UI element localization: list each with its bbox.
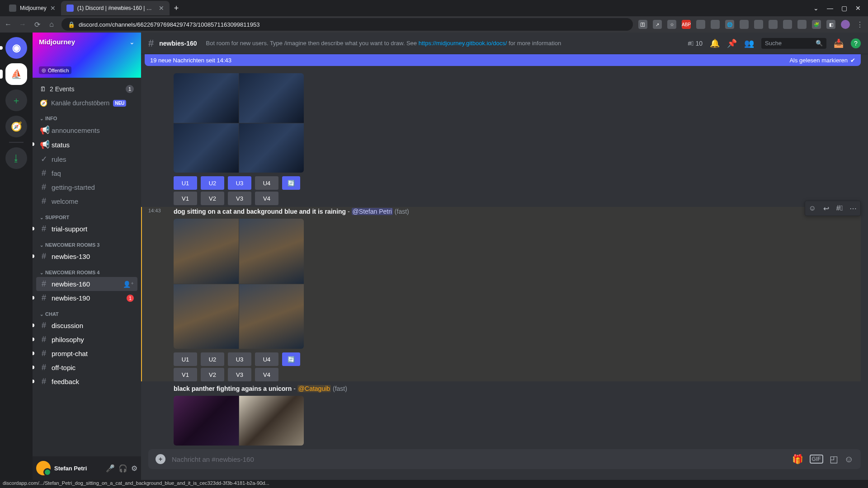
search-input[interactable]: Suche 🔍: [761, 38, 826, 49]
events-row[interactable]: 🗓2 Events 1: [36, 81, 137, 97]
explore-servers-icon[interactable]: 🧭: [5, 116, 27, 137]
extension-icon[interactable]: [711, 20, 720, 29]
v3-button[interactable]: V3: [228, 368, 251, 381]
channel-row-philosophy[interactable]: #philosophy: [36, 333, 137, 347]
image-result[interactable]: [174, 396, 239, 446]
extension-icon[interactable]: [754, 20, 763, 29]
u1-button[interactable]: U1: [174, 352, 197, 366]
sticker-icon[interactable]: ◰: [830, 454, 838, 465]
extension-icon[interactable]: 🌐: [725, 20, 734, 29]
message-input[interactable]: [172, 455, 786, 463]
profile-avatar-icon[interactable]: [841, 20, 850, 29]
image-result[interactable]: [174, 123, 239, 173]
channel-row-welcome[interactable]: #welcome: [36, 194, 137, 208]
reload-button[interactable]: ⟳: [33, 20, 42, 29]
extension-icon[interactable]: [797, 20, 807, 29]
extension-icon[interactable]: [740, 20, 749, 29]
add-server-icon[interactable]: ＋: [5, 89, 27, 111]
u3-button[interactable]: U3: [228, 176, 251, 190]
topic-link[interactable]: https://midjourney.gitbook.io/docs/: [419, 40, 507, 47]
extension-icon[interactable]: [783, 20, 792, 29]
channel-row-rules[interactable]: ✓rules: [36, 152, 137, 166]
chevron-down-icon[interactable]: ⌄: [129, 38, 135, 46]
image-result[interactable]: [174, 73, 239, 123]
threads-button[interactable]: #⃣10: [688, 40, 703, 47]
channel-row-newbies-130[interactable]: #newbies-130: [36, 249, 137, 263]
v1-button[interactable]: V1: [174, 368, 197, 381]
channel-list[interactable]: 🗓2 Events 1 🧭 Kanäle durchstöbern NEU IN…: [33, 78, 141, 456]
mark-as-read-button[interactable]: Als gelesen markieren ✔: [789, 57, 855, 64]
u4-button[interactable]: U4: [255, 352, 278, 366]
download-apps-icon[interactable]: ⭳: [5, 147, 27, 169]
address-bar[interactable]: 🔒 discord.com/channels/66226797698429747…: [61, 18, 633, 31]
add-reaction-icon[interactable]: ☺: [806, 202, 819, 215]
channel-row-feedback[interactable]: #feedback: [36, 375, 137, 389]
browser-tab[interactable]: Midjourney ✕: [4, 1, 61, 15]
deafen-icon[interactable]: 🎧: [118, 464, 127, 473]
image-result[interactable]: [239, 73, 304, 123]
reroll-button[interactable]: 🔄: [282, 352, 300, 366]
channel-row-newbies-160[interactable]: #newbies-160👤⁺: [36, 277, 137, 291]
inbox-icon[interactable]: 📥: [834, 38, 844, 48]
v4-button[interactable]: V4: [255, 368, 278, 381]
create-invite-icon[interactable]: 👤⁺: [123, 281, 134, 288]
abp-extension-icon[interactable]: ABP: [682, 20, 691, 29]
u2-button[interactable]: U2: [201, 352, 224, 366]
channel-row-trial-support[interactable]: #trial-support: [36, 222, 137, 236]
channel-row-getting-started[interactable]: #getting-started: [36, 180, 137, 194]
category-header[interactable]: SUPPORT: [36, 208, 137, 222]
image-grid[interactable]: 👆: [174, 219, 304, 349]
category-header[interactable]: NEWCOMER ROOMS 3: [36, 236, 137, 249]
channel-row-announcements[interactable]: 📢announcements: [36, 123, 137, 137]
author-mention[interactable]: @Cataguib: [297, 385, 331, 392]
pinned-messages-icon[interactable]: 📌: [727, 38, 737, 48]
create-thread-icon[interactable]: #⃣: [833, 202, 846, 215]
reply-icon[interactable]: ↩: [820, 202, 832, 215]
bookmark-star-icon[interactable]: ☆: [667, 20, 676, 29]
gif-icon[interactable]: GIF: [810, 455, 823, 464]
image-result[interactable]: [174, 284, 239, 349]
mute-mic-icon[interactable]: 🎤: [106, 464, 115, 473]
u4-button[interactable]: U4: [255, 176, 278, 190]
image-result[interactable]: [239, 284, 304, 349]
u3-button[interactable]: U3: [228, 352, 251, 366]
window-maximize-icon[interactable]: ▢: [841, 5, 847, 12]
category-header[interactable]: NEWCOMER ROOMS 4: [36, 263, 137, 277]
browse-channels-row[interactable]: 🧭 Kanäle durchstöbern NEU: [36, 97, 137, 109]
message-list[interactable]: U1 U2 U3 U4 🔄 V1 V2 V3 V4 ☺ ↩ #⃣: [141, 66, 868, 449]
server-header[interactable]: Midjourney ⌄: [33, 33, 141, 51]
emoji-picker-icon[interactable]: ☺: [844, 454, 854, 465]
reroll-button[interactable]: 🔄: [282, 176, 300, 190]
channel-row-off-topic[interactable]: #off-topic: [36, 361, 137, 375]
new-messages-bar[interactable]: 19 neue Nachrichten seit 14:43 Als geles…: [145, 54, 861, 66]
channel-row-newbies-190[interactable]: #newbies-1901: [36, 291, 137, 305]
notification-bell-icon[interactable]: 🔔: [710, 38, 720, 48]
image-result[interactable]: [239, 219, 304, 284]
user-avatar[interactable]: [36, 461, 51, 475]
v1-button[interactable]: V1: [174, 192, 197, 205]
member-list-icon[interactable]: 👥: [744, 38, 754, 48]
tab-close-icon[interactable]: ✕: [159, 5, 164, 12]
channel-row-discussion[interactable]: #discussion: [36, 319, 137, 333]
v2-button[interactable]: V2: [201, 368, 224, 381]
v2-button[interactable]: V2: [201, 192, 224, 205]
gift-icon[interactable]: 🎁: [792, 454, 803, 465]
attach-plus-icon[interactable]: +: [156, 454, 165, 464]
home-button[interactable]: ⌂: [47, 20, 56, 28]
side-panel-icon[interactable]: ◧: [826, 20, 835, 29]
v4-button[interactable]: V4: [255, 192, 278, 205]
image-result[interactable]: [239, 123, 304, 173]
discord-home-icon[interactable]: ◉: [5, 37, 27, 59]
forward-button[interactable]: →: [18, 20, 27, 28]
window-minimize-icon[interactable]: —: [827, 5, 833, 12]
extension-icon[interactable]: [696, 20, 705, 29]
category-header[interactable]: INFO: [36, 109, 137, 123]
kebab-menu-icon[interactable]: ⋮: [855, 20, 864, 29]
channel-row-prompt-chat[interactable]: #prompt-chat: [36, 347, 137, 361]
u1-button[interactable]: U1: [174, 176, 197, 190]
image-grid[interactable]: [174, 396, 304, 446]
u2-button[interactable]: U2: [201, 176, 224, 190]
image-result[interactable]: [174, 219, 239, 284]
channel-row-faq[interactable]: #faq: [36, 166, 137, 180]
window-dropdown-icon[interactable]: ⌄: [813, 5, 819, 12]
